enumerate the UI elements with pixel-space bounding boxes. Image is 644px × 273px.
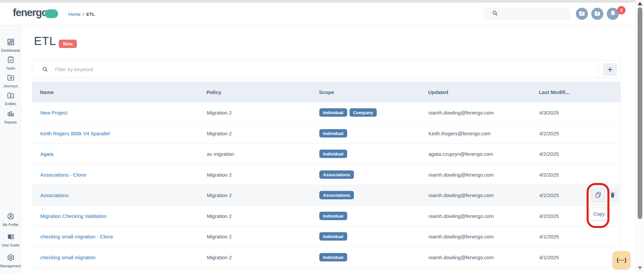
copy-tooltip: Copy [589,208,609,220]
policy-cell: Migration 2 [207,172,232,177]
last-modified-cell: 4/1/2025 [539,254,559,260]
scope-badge: Individual [319,108,347,117]
scope-cell: Individual [319,212,347,220]
dev-widget-button[interactable]: {···} [612,251,631,269]
sidebar-item-label: Journeys [0,84,21,88]
breadcrumb-home-link[interactable]: Home [68,12,81,17]
filter-search-icon [42,66,49,74]
top-header: fenergo Home / ETL 3 [0,3,636,26]
sidebar-item-label: My Profile [0,223,21,227]
filter-input[interactable] [55,64,391,75]
search-icon [492,10,499,18]
scope-cell: Individual [319,232,347,241]
main-content: ETL Beta + NamePolicyScopeUpdatedLast Mo… [21,26,636,273]
table-row[interactable]: New ProjectMigration 2IndividualCompanyn… [32,102,620,123]
breadcrumb-separator: / [83,12,84,17]
project-name-link[interactable]: Associations - Clone [40,172,86,177]
filter-divider [598,60,599,78]
column-header-scope[interactable]: Scope [319,89,334,95]
project-name-link[interactable]: checking small migration [40,254,95,260]
new-case-button[interactable] [576,8,588,20]
updated-cell: niamh.dowling@fenergo.com [428,254,494,260]
scroll-down-arrow[interactable] [638,266,642,270]
sidebar-item-label: Entities [0,102,21,106]
table-header: NamePolicyScopeUpdatedLast Modifi... [32,82,621,102]
last-modified-cell: 4/2/2025 [539,130,559,136]
column-header-name[interactable]: Name [40,89,54,95]
project-name-link[interactable]: Migration Checking Validation [40,213,106,219]
last-modified-cell: 4/1/2025 [539,234,559,239]
updated-cell: niamh.dowling@fenergo.com [428,110,494,116]
scroll-up-arrow[interactable] [638,2,642,5]
scope-badge: Individual [319,129,347,137]
sidebar-item-management[interactable]: Management [0,254,21,268]
copy-button[interactable] [592,189,604,202]
logo-text: fenergo [13,7,47,19]
scope-cell: Individual [319,150,347,158]
scope-badge: Individual [319,253,347,261]
sidebar-item-label: User Guide [0,243,21,247]
updated-cell: Keith.Rogers@fenergo.com [428,130,491,136]
copy-icon [594,191,602,200]
column-header-updated[interactable]: Updated [428,89,448,95]
scope-cell: Individual [319,253,347,261]
column-header-policy[interactable]: Policy [206,89,221,95]
table-row[interactable]: checking small migrationMigration 2Indiv… [32,247,620,268]
updated-cell: niamh.dowling@fenergo.com [428,192,494,198]
journey-icon [7,74,15,82]
table-row[interactable]: AssociationsMigration 2Associationsniamh… [32,185,620,206]
project-name-link[interactable]: checking small migration - Clone [40,234,113,239]
sidebar-item-tasks[interactable]: Tasks [0,56,21,70]
column-header-last-modifi[interactable]: Last Modifi... [539,89,570,95]
trash-icon [609,191,616,199]
delete-button[interactable] [607,190,618,201]
table-row[interactable]: checking small migration - CloneMigratio… [32,226,620,247]
project-name-link[interactable]: Keith Rogers 800k V4 5parallel [40,130,110,136]
project-name-link[interactable]: New Project [40,110,67,116]
scope-cell: Associations [319,191,354,199]
reports-icon [7,110,15,119]
policy-cell: Migration 2 [207,234,232,239]
beta-badge: Beta [59,40,77,48]
global-search[interactable] [484,7,570,20]
sidebar-item-dashboards[interactable]: Dashboards [0,38,21,52]
table-row[interactable]: Associations - CloneMigration 2Associati… [32,165,620,185]
sidebar-item-reports[interactable]: Reports [0,110,21,124]
table-row[interactable]: Keith Rogers 800k V4 5parallelMigration … [32,123,620,144]
add-project-button[interactable]: + [603,63,617,76]
scope-cell: IndividualCompany [319,108,377,117]
last-modified-cell: 4/2/2025 [539,151,559,157]
policy-cell: Migration 2 [207,192,232,198]
app-root: fenergo Home / ETL 3 Dashboards Tasks Jo… [0,0,644,273]
sidebar-item-my-profile[interactable]: My Profile [0,212,21,227]
upload-button[interactable] [591,8,603,20]
sidebar: Dashboards Tasks Journeys Entities Repor… [0,26,21,273]
notification-badge: 3 [617,6,626,14]
project-name-link[interactable]: Agata [40,151,53,157]
page-title: ETL [34,34,56,48]
table-row[interactable]: Agataav migrationIndividualagata.czupryn… [32,144,620,165]
last-modified-cell: 4/2/2025 [539,192,559,198]
sidebar-item-journeys[interactable]: Journeys [0,74,21,88]
policy-cell: av migration [207,151,234,157]
scrollbar-thumb[interactable] [638,7,642,219]
breadcrumb: Home / ETL [68,12,95,17]
profile-icon [7,212,15,221]
sidebar-item-label: Reports [0,120,21,124]
sidebar-item-user-guide[interactable]: User Guide [0,233,21,247]
global-search-input[interactable] [503,11,563,16]
scope-badge: Associations [319,191,354,199]
bell-icon [609,9,617,18]
fenergo-logo[interactable]: fenergo [13,7,58,19]
sidebar-item-entities[interactable]: Entities [0,91,21,106]
sidebar-item-label: Management [0,264,21,268]
filter-bar: + [32,60,621,78]
entities-icon [7,91,15,100]
table-row[interactable]: Migration Checking ValidationMigration 2… [32,206,620,227]
scope-cell: Individual [319,129,347,137]
book-icon [7,233,15,241]
project-name-link[interactable]: Associations [40,192,68,198]
top-strip [0,0,636,3]
policy-cell: Migration 2 [207,254,232,260]
policy-cell: Migration 2 [207,110,232,116]
